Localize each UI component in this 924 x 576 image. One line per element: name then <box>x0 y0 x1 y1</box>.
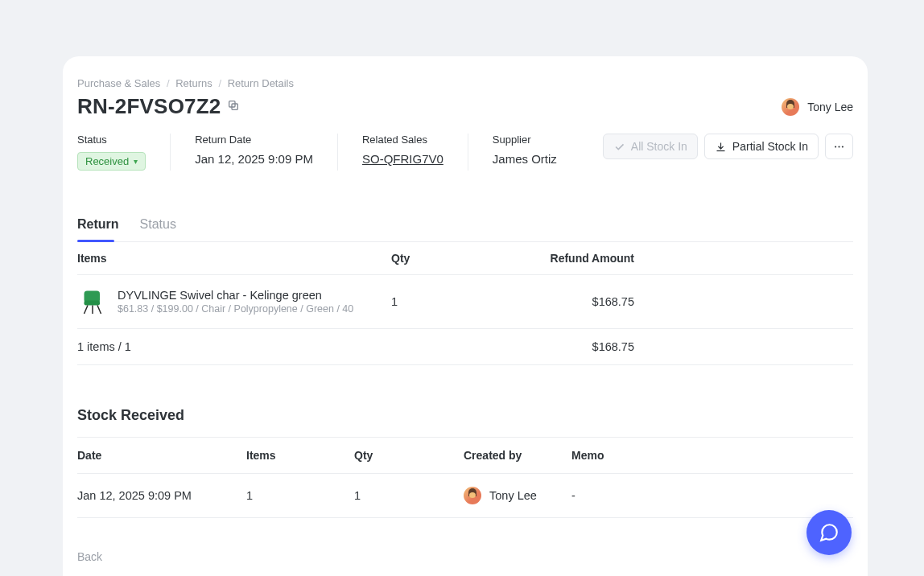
page-title: RN-2FVSO7Z2 <box>77 94 221 119</box>
svg-point-3 <box>838 146 839 147</box>
svg-point-4 <box>842 146 844 147</box>
breadcrumb-separator: / <box>218 77 221 89</box>
meta-return-date-value: Jan 12, 2025 9:09 PM <box>195 152 313 166</box>
download-icon <box>715 141 727 153</box>
avatar <box>464 487 481 504</box>
more-actions-button[interactable] <box>825 134 853 159</box>
meta-related-sales: Related Sales SO-QFRIG7V0 <box>362 134 468 171</box>
breadcrumb-level1[interactable]: Purchase & Sales <box>77 77 160 89</box>
col-header-qty: Qty <box>391 252 520 265</box>
product-cell: DYVLINGE Swivel char - Kelinge green $61… <box>77 286 391 317</box>
meta-row: Status Received ▾ Return Date Jan 12, 20… <box>77 134 853 185</box>
breadcrumb: Purchase & Sales / Returns / Return Deta… <box>77 77 853 89</box>
meta-return-date-label: Return Date <box>195 134 313 146</box>
return-table: Items Qty Refund Amount DYVLINGE Swivel … <box>77 242 853 365</box>
meta-status: Status Received ▾ <box>77 134 171 171</box>
content-card: Purchase & Sales / Returns / Return Deta… <box>63 56 868 576</box>
meta-left: Status Received ▾ Return Date Jan 12, 20… <box>77 134 581 171</box>
back-link[interactable]: Back <box>77 550 853 563</box>
svg-line-7 <box>85 306 89 315</box>
meta-related-sales-label: Related Sales <box>362 134 443 146</box>
return-table-header: Items Qty Refund Amount <box>77 242 853 275</box>
tab-return[interactable]: Return <box>77 217 119 241</box>
meta-related-sales-value[interactable]: SO-QFRIG7V0 <box>362 152 443 166</box>
avatar <box>782 98 799 116</box>
product-meta: $61.83 / $199.00 / Chair / Polypropylene… <box>118 303 353 315</box>
svg-line-8 <box>97 306 101 315</box>
tabs: Return Status <box>77 217 853 242</box>
check-icon <box>613 141 625 153</box>
st-header-created: Created by <box>464 449 571 462</box>
row-refund: $168.75 <box>520 295 634 308</box>
stock-table: Date Items Qty Created by Memo Jan 12, 2… <box>77 437 853 518</box>
chair-icon <box>78 287 107 316</box>
st-header-qty: Qty <box>354 449 464 462</box>
meta-supplier-value: James Ortiz <box>493 152 557 166</box>
st-row-qty: 1 <box>354 489 464 502</box>
st-row-created-name: Tony Lee <box>489 489 537 502</box>
status-badge[interactable]: Received ▾ <box>77 152 146 171</box>
breadcrumb-level3: Return Details <box>228 77 294 89</box>
partial-stock-in-label: Partial Stock In <box>732 140 808 153</box>
st-row-memo: - <box>571 489 668 502</box>
return-table-footer: 1 items / 1 $168.75 <box>77 329 853 365</box>
breadcrumb-separator: / <box>167 77 170 89</box>
copy-icon[interactable] <box>227 99 240 115</box>
breadcrumb-level2[interactable]: Returns <box>175 77 212 89</box>
more-horizontal-icon <box>833 141 845 153</box>
product-image <box>77 286 108 317</box>
chat-icon <box>819 522 839 543</box>
product-name: DYVLINGE Swivel char - Kelinge green <box>118 289 353 302</box>
all-stock-in-label: All Stock In <box>631 140 687 153</box>
title-row: RN-2FVSO7Z2 Tony Lee <box>77 94 853 119</box>
st-row-created: Tony Lee <box>464 487 571 504</box>
meta-supplier: Supplier James Ortiz <box>493 134 581 171</box>
st-header-date: Date <box>77 449 246 462</box>
meta-return-date: Return Date Jan 12, 2025 9:09 PM <box>195 134 338 171</box>
st-row-date: Jan 12, 2025 9:09 PM <box>77 489 246 502</box>
status-value: Received <box>85 155 129 167</box>
stock-table-header: Date Items Qty Created by Memo <box>77 437 853 474</box>
header-user[interactable]: Tony Lee <box>782 98 853 116</box>
actions-right: All Stock In Partial Stock In <box>603 134 853 159</box>
tab-status[interactable]: Status <box>140 217 176 241</box>
user-name: Tony Lee <box>807 101 853 113</box>
meta-status-label: Status <box>77 134 146 146</box>
row-qty: 1 <box>391 295 520 308</box>
svg-point-2 <box>835 146 836 147</box>
col-header-refund: Refund Amount <box>520 252 634 265</box>
svg-rect-6 <box>85 301 101 306</box>
col-header-items: Items <box>77 252 391 265</box>
title-block: RN-2FVSO7Z2 <box>77 94 240 119</box>
footer-total: $168.75 <box>520 340 634 353</box>
footer-summary: 1 items / 1 <box>77 340 391 353</box>
all-stock-in-button: All Stock In <box>603 134 698 159</box>
stock-received-heading: Stock Received <box>77 407 853 424</box>
stock-table-row: Jan 12, 2025 9:09 PM 1 1 Tony Lee - <box>77 474 853 518</box>
help-chat-button[interactable] <box>806 510 852 555</box>
st-row-items: 1 <box>246 489 354 502</box>
st-header-memo: Memo <box>571 449 668 462</box>
return-table-row: DYVLINGE Swivel char - Kelinge green $61… <box>77 275 853 329</box>
product-info: DYVLINGE Swivel char - Kelinge green $61… <box>118 289 353 315</box>
caret-down-icon: ▾ <box>134 157 138 166</box>
st-header-items: Items <box>246 449 354 462</box>
meta-supplier-label: Supplier <box>493 134 557 146</box>
partial-stock-in-button[interactable]: Partial Stock In <box>704 134 819 159</box>
